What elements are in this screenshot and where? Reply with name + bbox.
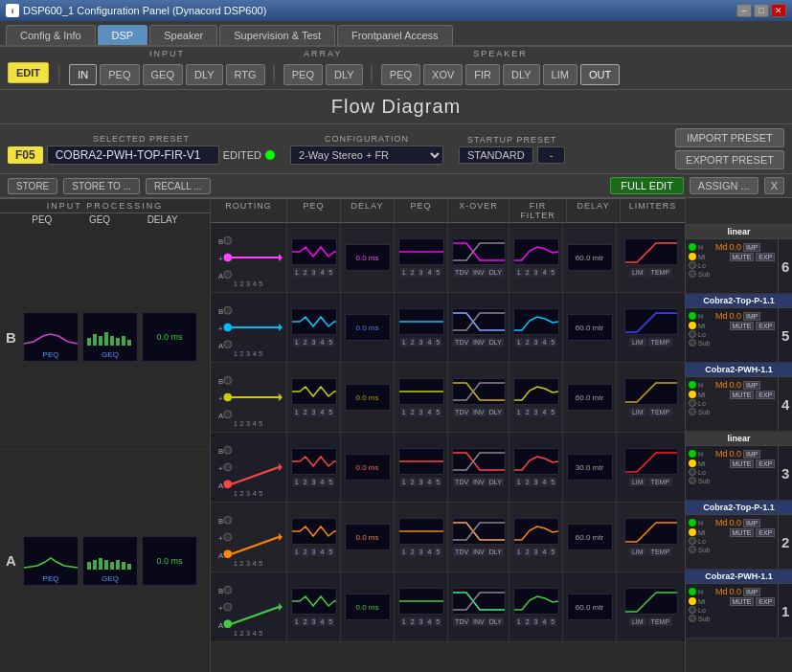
lim-3[interactable]: LIMTEMP	[617, 433, 685, 502]
spk-dly-header: DELAY	[567, 199, 621, 222]
btn-peq2[interactable]: PEQ	[283, 64, 323, 85]
routing-col-2[interactable]: B+ A1 2 3 4 5	[211, 503, 287, 571]
assign-button[interactable]: ASSIGN ...	[690, 177, 758, 194]
svg-rect-9	[93, 560, 97, 570]
array-peq-4[interactable]: 12345	[287, 363, 341, 432]
edit-button[interactable]: EDIT	[8, 62, 49, 83]
xover-4[interactable]: TDVINVDLY	[448, 363, 509, 432]
input-a-peq-tag: PEQ	[43, 574, 59, 583]
lim-6[interactable]: LIMTEMP	[617, 223, 685, 292]
xover-1[interactable]: TDVINVDLY	[448, 572, 509, 641]
input-b-peq[interactable]: PEQ	[23, 312, 79, 362]
xover-3[interactable]: TDVINVDLY	[448, 433, 509, 502]
array-dly-2[interactable]: 0.0 ms	[341, 503, 395, 571]
array-peq-5[interactable]: 12345	[287, 293, 341, 362]
array-dly-6[interactable]: 0.0 ms	[341, 223, 395, 292]
xover-5[interactable]: TDVINVDLY	[448, 293, 509, 362]
col-delay: DELAY	[147, 214, 178, 225]
array-dly-3[interactable]: 0.0 ms	[341, 433, 395, 502]
array-peq-1[interactable]: 12345	[287, 572, 341, 641]
full-edit-button[interactable]: FULL EDIT	[610, 177, 684, 194]
fir-5[interactable]: 12345	[509, 293, 563, 362]
spk-dly-3[interactable]: 30.0 mtr	[563, 433, 617, 502]
array-dly-1[interactable]: 0.0 ms	[341, 572, 395, 641]
output-block-6: linearHMdMiLoSub0.0IMPMUTEEXP6	[686, 225, 792, 294]
close-button[interactable]: ✕	[771, 4, 786, 17]
btn-peq1[interactable]: PEQ	[100, 64, 139, 85]
routing-col-5[interactable]: B+ A1 2 3 4 5	[211, 293, 287, 362]
fir-6[interactable]: 12345	[509, 223, 563, 292]
btn-dly3[interactable]: DLY	[503, 64, 540, 85]
svg-point-18	[224, 254, 232, 261]
btn-dly1[interactable]: DLY	[186, 64, 223, 85]
input-b-geq[interactable]: GEQ	[82, 312, 138, 362]
lim-1[interactable]: LIMTEMP	[617, 572, 685, 641]
fir-1[interactable]: 12345	[509, 572, 563, 641]
fir-2[interactable]: 12345	[509, 503, 563, 571]
import-preset-button[interactable]: IMPORT PRESET	[675, 128, 784, 147]
btn-peq3[interactable]: PEQ	[381, 64, 420, 85]
btn-in[interactable]: IN	[69, 64, 97, 85]
lim-4[interactable]: LIMTEMP	[617, 363, 685, 432]
input-a-dly[interactable]: 0.0 ms	[142, 536, 197, 586]
store-to-button[interactable]: STORE TO ...	[63, 178, 140, 194]
btn-xov[interactable]: XOV	[423, 64, 463, 85]
spk-dly-5[interactable]: 60.0 mtr	[563, 293, 617, 362]
preset-name[interactable]: COBRA2-PWH-TOP-FIR-V1	[47, 146, 219, 165]
svg-text:B: B	[218, 447, 223, 456]
spk-dly-2[interactable]: 60.0 mtr	[563, 503, 617, 571]
spk-peq-3[interactable]: 12345	[395, 433, 448, 502]
btn-out[interactable]: OUT	[580, 64, 620, 85]
recall-button[interactable]: RECALL ...	[146, 178, 211, 194]
spk-peq-2[interactable]: 12345	[395, 503, 448, 571]
routing-col-6[interactable]: B+ A1 2 3 4 5	[211, 223, 287, 292]
spk-peq-1[interactable]: 12345	[395, 572, 448, 641]
routing-col-1[interactable]: B+ A1 2 3 4 5	[211, 572, 287, 641]
routing-header: ROUTING	[211, 199, 287, 222]
spk-dly-6[interactable]: 60.0 mtr	[563, 223, 617, 292]
xover-6[interactable]: TDVINVDLY	[448, 223, 509, 292]
btn-lim[interactable]: LIM	[543, 64, 577, 85]
routing-col-3[interactable]: B+ A1 2 3 4 5	[211, 433, 287, 502]
export-preset-button[interactable]: EXPORT PRESET	[675, 150, 784, 169]
fir-4[interactable]: 12345	[509, 363, 563, 432]
xover-2[interactable]: TDVINVDLY	[448, 503, 509, 571]
spk-peq-6[interactable]: 12345	[395, 223, 448, 292]
array-dly-4[interactable]: 0.0 ms	[341, 363, 395, 432]
btn-rtg[interactable]: RTG	[226, 64, 265, 85]
array-dly-5[interactable]: 0.0 ms	[341, 293, 395, 362]
fir-3[interactable]: 12345	[509, 433, 563, 502]
tab-frontpanel[interactable]: Frontpanel Access	[337, 25, 453, 45]
spk-peq-4[interactable]: 12345	[395, 363, 448, 432]
svg-rect-8	[87, 562, 91, 570]
array-peq-3[interactable]: 12345	[287, 433, 341, 502]
input-a-geq[interactable]: GEQ	[82, 536, 138, 586]
tab-dsp[interactable]: DSP	[98, 25, 148, 45]
output-block-1: Cobra2-PWH-1.1HMdMiLoSub0.0IMPMUTEEXP1	[686, 570, 792, 638]
tab-config[interactable]: Config & Info	[6, 25, 96, 45]
tab-speaker[interactable]: Speaker	[149, 25, 217, 45]
array-peq-2[interactable]: 12345	[287, 503, 341, 571]
minimize-button[interactable]: –	[736, 4, 752, 17]
btn-geq[interactable]: GEQ	[143, 64, 183, 85]
input-b-dly[interactable]: 0.0 ms	[142, 312, 197, 362]
config-select[interactable]: 2-Way Stereo + FR	[290, 146, 443, 165]
maximize-button[interactable]: □	[754, 4, 769, 17]
tab-supervision[interactable]: Supervision & Test	[219, 25, 335, 45]
store-button[interactable]: STORE	[8, 178, 57, 194]
x-button[interactable]: X	[764, 177, 784, 194]
spk-peq-5[interactable]: 12345	[395, 293, 448, 362]
lim-5[interactable]: LIMTEMP	[617, 293, 685, 362]
selected-preset-label: SELECTED PRESET	[93, 134, 190, 144]
svg-text:1 2 3 4 5: 1 2 3 4 5	[234, 419, 263, 428]
ch-number-3: 3	[778, 446, 792, 500]
routing-col-4[interactable]: B+ A1 2 3 4 5	[211, 363, 287, 432]
input-a-peq[interactable]: PEQ	[23, 536, 79, 586]
spk-dly-4[interactable]: 60.0 mtr	[563, 363, 617, 432]
spk-dly-1[interactable]: 60.0 mtr	[563, 572, 617, 641]
btn-fir[interactable]: FIR	[465, 64, 500, 85]
lim-2[interactable]: LIMTEMP	[617, 503, 685, 571]
speaker-section-label: SPEAKER	[473, 49, 528, 58]
array-peq-6[interactable]: 12345	[287, 223, 341, 292]
btn-dly2[interactable]: DLY	[326, 64, 363, 85]
